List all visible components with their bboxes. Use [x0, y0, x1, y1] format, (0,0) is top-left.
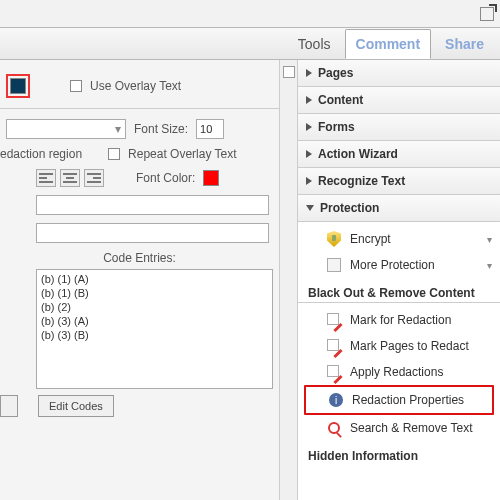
blackout-subhead: Black Out & Remove Content — [298, 278, 500, 303]
apply-icon — [326, 364, 342, 380]
chevron-down-icon: ▾ — [487, 260, 492, 271]
section-label: Protection — [320, 201, 379, 215]
redaction-region-label: edaction region — [0, 147, 82, 161]
tab-bar: Tools Comment Share — [0, 28, 500, 60]
tab-share[interactable]: Share — [435, 30, 494, 58]
redact-pen-icon — [326, 312, 342, 328]
chevron-down-icon: ▾ — [487, 234, 492, 245]
section-label: Forms — [318, 120, 355, 134]
action-label: More Protection — [350, 258, 435, 272]
font-color-label: Font Color: — [136, 171, 195, 185]
action-label: Mark Pages to Redact — [350, 339, 469, 353]
redaction-properties-action[interactable]: i Redaction Properties — [306, 387, 492, 413]
chevron-right-icon — [306, 96, 312, 104]
list-item[interactable]: (b) (3) (A) — [39, 314, 270, 328]
chevron-down-icon — [306, 205, 314, 211]
action-label: Mark for Redaction — [350, 313, 451, 327]
action-label: Encrypt — [350, 232, 391, 246]
maximize-icon[interactable] — [480, 7, 494, 21]
use-overlay-checkbox[interactable] — [70, 80, 82, 92]
shield-icon — [326, 231, 342, 247]
section-action-wizard[interactable]: Action Wizard — [298, 141, 500, 168]
protection-body: Encrypt ▾ More Protection ▾ Black Out & … — [298, 222, 500, 477]
section-recognize-text[interactable]: Recognize Text — [298, 168, 500, 195]
redact-pages-icon — [326, 338, 342, 354]
code-entries-label: Code Entries: — [6, 251, 273, 265]
document-icon — [326, 257, 342, 273]
repeat-overlay-label: Repeat Overlay Text — [128, 147, 237, 161]
chevron-right-icon — [306, 177, 312, 185]
align-group — [36, 169, 104, 187]
gutter-icon[interactable] — [283, 66, 295, 78]
mark-pages-action[interactable]: Mark Pages to Redact — [298, 333, 500, 359]
list-item[interactable] — [39, 344, 270, 346]
action-label: Search & Remove Text — [350, 421, 473, 435]
section-label: Content — [318, 93, 363, 107]
search-remove-action[interactable]: Search & Remove Text — [298, 415, 500, 441]
section-content[interactable]: Content — [298, 87, 500, 114]
section-forms[interactable]: Forms — [298, 114, 500, 141]
align-center-button[interactable] — [60, 169, 80, 187]
list-item[interactable]: (b) (2) — [39, 300, 270, 314]
list-item[interactable]: (b) (3) (B) — [39, 328, 270, 342]
align-left-button[interactable] — [36, 169, 56, 187]
tab-tools[interactable]: Tools — [288, 30, 341, 58]
tab-comment[interactable]: Comment — [345, 29, 432, 59]
font-size-input[interactable]: 10 — [196, 119, 224, 139]
section-label: Recognize Text — [318, 174, 405, 188]
chevron-right-icon — [306, 123, 312, 131]
section-label: Action Wizard — [318, 147, 398, 161]
section-protection[interactable]: Protection — [298, 195, 500, 222]
section-label: Pages — [318, 66, 353, 80]
list-item[interactable]: (b) (1) (A) — [39, 272, 270, 286]
font-color-swatch[interactable] — [203, 170, 219, 186]
repeat-overlay-checkbox[interactable] — [108, 148, 120, 160]
chevron-right-icon — [306, 150, 312, 158]
hidden-info-subhead: Hidden Information — [298, 441, 500, 465]
use-overlay-label: Use Overlay Text — [90, 79, 181, 93]
more-protection-action[interactable]: More Protection ▾ — [298, 252, 500, 278]
overlay-text-input[interactable] — [36, 195, 269, 215]
custom-text-input[interactable] — [36, 223, 269, 243]
highlighted-item: i Redaction Properties — [304, 385, 494, 415]
prev-button[interactable] — [0, 395, 18, 417]
title-bar — [0, 0, 500, 28]
code-entries-list[interactable]: (b) (1) (A) (b) (1) (B) (b) (2) (b) (3) … — [36, 269, 273, 389]
redaction-dialog: Use Overlay Text ▾ Font Size: 10 edactio… — [0, 60, 280, 500]
action-label: Redaction Properties — [352, 393, 464, 407]
chevron-right-icon — [306, 69, 312, 77]
encrypt-action[interactable]: Encrypt ▾ — [298, 226, 500, 252]
list-item[interactable]: (b) (1) (B) — [39, 286, 270, 300]
align-right-button[interactable] — [84, 169, 104, 187]
font-size-label: Font Size: — [134, 122, 188, 136]
edit-codes-button[interactable]: Edit Codes — [38, 395, 114, 417]
section-pages[interactable]: Pages — [298, 60, 500, 87]
tools-panel: Pages Content Forms Action Wizard Recogn… — [298, 60, 500, 500]
apply-redactions-action[interactable]: Apply Redactions — [298, 359, 500, 385]
panel-gutter — [280, 60, 298, 500]
font-select[interactable]: ▾ — [6, 119, 126, 139]
mark-for-redaction-action[interactable]: Mark for Redaction — [298, 307, 500, 333]
search-icon — [326, 420, 342, 436]
fill-color-swatch[interactable] — [6, 74, 30, 98]
action-label: Apply Redactions — [350, 365, 443, 379]
info-icon: i — [328, 392, 344, 408]
